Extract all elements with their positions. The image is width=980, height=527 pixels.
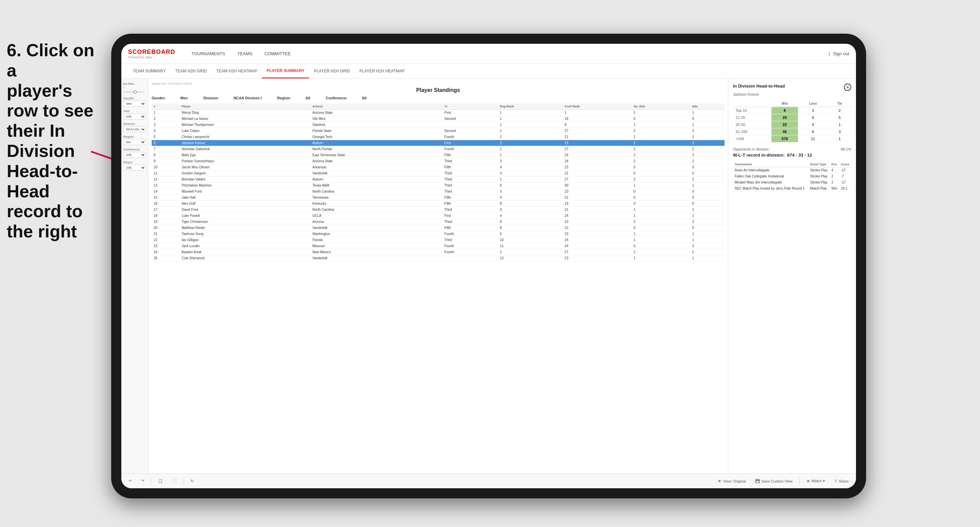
h2h-row-win: 46 [772,128,798,135]
table-row[interactable]: 12 Brendan Valdes Auburn Third 1 27 2 2 [152,176,725,183]
tournament-row: Amer Ari Intercollegiate Stroke Play 4 -… [733,167,851,173]
row-player: Luke Claton [180,128,310,134]
table-row[interactable]: 13 Phichaksin Maichon Texas A&M Third 6 … [152,183,725,189]
view-original-btn[interactable]: 👁 View: Original [715,478,748,484]
year-select[interactable]: (All) [123,113,146,119]
division-select[interactable]: NCAA Division I [123,126,146,132]
watch-btn[interactable]: 👁 Watch ▾ [804,478,828,484]
t-row-name: Fallen Oak Collegiate Invitational [733,173,808,179]
row-yr [442,255,498,261]
table-row[interactable]: 16 Alex Goff Kentucky Fifth 8 19 0 0 [152,201,725,207]
t-row-type: Stroke Play [808,173,830,179]
table-row[interactable]: 1 Wenyi Ding Arizona State First 1 1 1 1 [152,110,725,116]
row-rds: 2 [632,128,690,134]
gender-select[interactable]: Men [123,101,146,107]
table-row[interactable]: 8 Mats Ege East Tennessee State Fifth 1 … [152,152,725,158]
tab-player-h2h-heatmap[interactable]: PLAYER H2H HEATMAP [355,63,409,78]
table-row[interactable]: 17 David Ford North Carolina Third 4 21 … [152,207,725,213]
redo-btn[interactable]: ↷ [138,478,147,484]
table-row[interactable]: 3 Michael Thorbjornsen Stanford 1 8 1 1 [152,122,725,128]
save-custom-btn[interactable]: 💾 Save Custom View [752,478,795,484]
row-conf-rank: 22 [562,225,632,231]
h2h-row: >100 578 11 1 [733,135,851,143]
row-win: 0 [690,225,725,231]
row-yr: Fourth [442,146,498,152]
table-row[interactable]: 5 Christo Lamprecht Georgia Tech Fourth … [152,134,725,140]
copy-btn[interactable]: 📋 [155,478,165,484]
player-select[interactable]: (All) [123,165,146,171]
row-yr: Second [442,116,498,122]
center-panel: Update time: 27/03/2024 16:56:26 Player … [148,79,728,473]
conference-select[interactable]: (All) [123,152,146,158]
row-win: 0 [690,164,725,170]
nav-items: TOURNAMENTS TEAMS COMMITTEE [185,44,297,64]
paste-btn[interactable]: 📄 [170,478,180,484]
refresh-btn[interactable]: ↻ [188,478,196,484]
row-win: 2 [690,158,725,164]
row-reg-rank: 8 [498,225,562,231]
table-row[interactable]: 4 Luke Claton Florida State Second 1 27 … [152,128,725,134]
row-school: Texas A&M [310,183,442,189]
table-row[interactable]: 23 Jack Lundin Missouri Fourth 11 24 0 0 [152,243,725,249]
h2h-row-win: 22 [772,121,798,128]
table-row[interactable]: 21 Taehoon Song Washington Fourth 6 23 1… [152,231,725,237]
region-select[interactable]: N/A [123,139,146,145]
no-rds-thumb[interactable] [134,90,137,94]
row-school: Washington [310,231,442,237]
table-row[interactable]: 10 Jacob Mou Olesen Arkansas Fifth 4 23 … [152,164,725,170]
h2h-row-label: >100 [733,135,772,143]
row-win: 1 [690,183,725,189]
row-conf-rank: 23 [562,164,632,170]
row-reg-rank: 2 [498,140,562,146]
table-row[interactable]: 9 Preston Summerhays Arizona State Third… [152,158,725,164]
nav-committee[interactable]: COMMITTEE [258,44,297,64]
row-player: Preston Summerhays [180,158,310,164]
tab-team-h2h-heatmap[interactable]: TEAM H2H HEATMAP [212,63,262,78]
t-row-name: Amer Ari Intercollegiate [733,167,808,173]
division-filter-value: NCAA Division I [234,96,261,100]
no-rds-value: 6 [123,86,146,89]
gender-filter-label: Gender: [152,96,166,100]
table-row[interactable]: 14 Maxwell Ford North Carolina Third 3 2… [152,189,725,195]
row-player: Michael La Sasso [180,116,310,122]
undo-btn[interactable]: ↶ [126,478,134,484]
filter-gender: Gender Men [123,97,146,107]
table-row[interactable]: 24 Bastien Amat New Mexico Fourth 1 27 2… [152,249,725,255]
row-conf-rank: 23 [562,189,632,195]
row-win: 2 [690,140,725,146]
table-row[interactable]: 6 Jackson Koivun Auburn First 2 15 2 2 [152,140,725,146]
table-row[interactable]: 19 Tiger Christensen Arizona Third 8 23 … [152,219,725,225]
row-win: 2 [690,146,725,152]
row-yr: Third [442,176,498,183]
row-win: 0 [690,170,725,176]
tab-team-summary[interactable]: TEAM SUMMARY [128,63,170,78]
nav-teams[interactable]: TEAMS [231,44,258,64]
table-row[interactable]: 7 Nicholas Gabrelcik North Florida Fourt… [152,146,725,152]
col-player: Player [180,103,310,110]
sign-out-link[interactable]: Sign out [833,51,849,56]
tab-player-h2h-grid[interactable]: PLAYER H2H GRID [309,63,355,78]
col-reg-rank: Reg Rank [498,103,562,110]
table-row[interactable]: 15 Jake Hall Tennessee Fifth 4 21 0 0 [152,195,725,201]
tournament-row: SEC Match Play hosted by Jerry Pate Roun… [733,186,851,192]
no-rds-slider[interactable] [123,91,143,93]
table-row[interactable]: 20 Matthew Riedel Vanderbilt Fifth 8 22 … [152,225,725,231]
nav-tournaments[interactable]: TOURNAMENTS [185,44,231,64]
tab-player-summary[interactable]: PLAYER SUMMARY [262,63,309,78]
no-rds-label: No Rds. [123,82,146,86]
col-win: Win [690,103,725,110]
row-player: Christo Lamprecht [180,134,310,140]
table-row[interactable]: 18 Luke Powell UCLA First 4 24 1 1 [152,213,725,219]
table-row[interactable]: 25 Cole Sherwood Vanderbilt 12 23 1 1 [152,255,725,261]
table-row[interactable]: 2 Michael La Sasso Ole Miss Second 1 18 … [152,116,725,122]
table-row[interactable]: 22 Ian Gilligan Florida Third 10 24 1 1 [152,237,725,243]
share-btn[interactable]: ⇧ Share [832,478,851,484]
region-label: Region [123,135,146,138]
opponents-label: Opponents in division: [733,147,769,151]
h2h-row: 11-25 20 9 5 [733,114,851,121]
toolbar-sep-1 [151,478,151,484]
close-button[interactable]: ✕ [844,84,851,91]
table-row[interactable]: 11 Gordon Sargent Vanderbilt Third 4 21 … [152,170,725,176]
tab-team-h2h-grid[interactable]: TEAM H2H GRID [170,63,212,78]
row-player: Jackson Koivun [180,140,310,146]
